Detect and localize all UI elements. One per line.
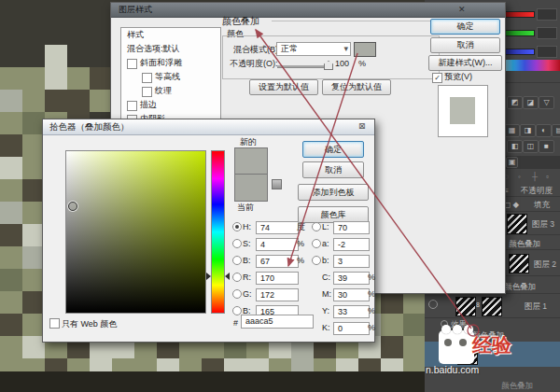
layer2-thumbnail[interactable]	[509, 254, 529, 273]
overlay-color-swatch[interactable]	[354, 42, 376, 57]
cancel-button[interactable]: 取消	[430, 37, 500, 53]
camo-cell	[90, 45, 112, 67]
style-list-item[interactable]: 混合选项:默认	[121, 42, 220, 56]
value-radio[interactable]	[232, 256, 242, 265]
value-input[interactable]: 30	[333, 288, 370, 301]
value-input[interactable]: 3	[333, 255, 370, 268]
brightness-contrast-icon[interactable]: ◩	[507, 96, 523, 109]
hue-marker-right[interactable]	[225, 273, 230, 280]
preview-checkbox[interactable]: ✓	[432, 73, 442, 83]
style-list-item[interactable]: 等高线	[121, 70, 220, 84]
camo-cell	[22, 45, 45, 67]
value-radio[interactable]	[312, 256, 321, 265]
color-balance-icon[interactable]: ▤	[552, 124, 560, 137]
red-value-box[interactable]	[537, 8, 557, 21]
value-input[interactable]: 33	[333, 305, 370, 318]
opacity-value[interactable]: 100	[335, 59, 349, 69]
black-white-icon[interactable]: ◧	[507, 140, 523, 153]
green-value-box[interactable]	[537, 27, 557, 39]
web-colors-checkbox[interactable]	[49, 318, 60, 329]
value-unit: 度	[297, 222, 305, 231]
camo-cell	[67, 45, 90, 67]
value-input[interactable]: 39	[333, 272, 370, 285]
opacity-slider-track[interactable]	[277, 65, 331, 68]
eye-icon[interactable]	[428, 300, 438, 309]
style-checkbox[interactable]	[127, 101, 137, 111]
camo-cell	[0, 291, 22, 314]
set-default-button[interactable]: 设置为默认值	[249, 79, 318, 95]
exposure-icon[interactable]: ▦	[504, 124, 520, 137]
value-radio[interactable]	[232, 239, 242, 248]
value-unit: %	[368, 273, 375, 282]
camo-cell	[90, 22, 112, 45]
curves-icon[interactable]: ▽	[539, 96, 554, 109]
style-item-label: 描边	[140, 98, 157, 112]
ok-button[interactable]: 确定	[430, 19, 500, 35]
style-list-item[interactable]: 斜面和浮雕	[121, 56, 220, 70]
blue-value-box[interactable]	[537, 46, 557, 58]
add-to-swatches-button[interactable]: 添加到色板	[298, 184, 369, 201]
cancel-button[interactable]: 取消	[302, 161, 364, 178]
value-input[interactable]: -2	[333, 238, 370, 251]
style-checkbox[interactable]	[127, 59, 137, 69]
value-input[interactable]: 70	[333, 221, 370, 234]
type-filter-icon[interactable]: ┼	[532, 172, 538, 181]
photo-filter-icon[interactable]: ◫	[523, 140, 539, 153]
color-spectrum-ramp[interactable]	[501, 60, 560, 71]
value-input[interactable]: 170	[256, 272, 299, 285]
value-radio[interactable]	[232, 289, 242, 299]
value-radio[interactable]	[312, 222, 321, 231]
layer3-label[interactable]: 图层 3	[532, 219, 554, 229]
layer1-label[interactable]: 图层 1	[525, 301, 547, 311]
style-checkbox[interactable]	[142, 87, 152, 97]
layer2-label[interactable]: 图层 2	[534, 259, 556, 269]
layer3-effect-label[interactable]: 颜色叠加	[509, 239, 540, 248]
layer2-effect-label[interactable]: 颜色叠加	[504, 282, 536, 291]
style-list-item[interactable]: 纹理	[121, 84, 220, 98]
hex-input[interactable]: aaaca5	[241, 315, 314, 329]
current-color-label: 当前	[237, 203, 254, 212]
value-input[interactable]: 0	[333, 322, 370, 335]
close-icon[interactable]: ⊠	[358, 121, 366, 132]
layer1-style-thumbnail[interactable]	[482, 297, 502, 316]
value-radio[interactable]	[232, 273, 242, 282]
style-list-item[interactable]: 描边	[121, 98, 220, 112]
value-label: S:	[243, 239, 251, 248]
channel-mixer-icon[interactable]: ■	[539, 140, 554, 153]
close-icon[interactable]: ✕	[458, 5, 466, 15]
adjust-filter-icon[interactable]: ◦	[518, 172, 521, 181]
value-input[interactable]: 4	[256, 238, 299, 251]
camo-cell	[403, 314, 426, 336]
value-radio[interactable]	[312, 239, 321, 248]
ok-button[interactable]: 确定	[302, 141, 364, 158]
layer1-thumbnail[interactable]	[455, 297, 476, 316]
blend-mode-dropdown[interactable]: 正常 ▾	[276, 42, 351, 56]
new-style-button[interactable]: 新建样式(W)...	[428, 55, 502, 71]
vibrance-icon[interactable]: ◨	[520, 124, 536, 137]
value-input[interactable]: 172	[256, 288, 299, 301]
value-input[interactable]: 67	[256, 255, 299, 268]
web-gamut-cube-icon[interactable]	[272, 179, 282, 189]
hue-saturation-icon[interactable]: ◐	[536, 124, 552, 137]
hue-slider[interactable]	[211, 150, 225, 314]
camo-cell	[0, 314, 22, 336]
camo-cell	[0, 269, 22, 291]
lock-icons[interactable]: ◻ ◆	[504, 200, 519, 209]
value-label: G:	[243, 289, 252, 299]
saturation-brightness-field[interactable]	[65, 150, 206, 314]
panel-icon[interactable]: ▣	[506, 157, 518, 168]
color-field-marker[interactable]	[68, 202, 77, 211]
reset-default-button[interactable]: 复位为默认值	[322, 79, 391, 95]
hue-marker-left[interactable]	[206, 273, 211, 280]
opacity-label: 不透明度(O):	[230, 59, 278, 69]
shape-filter-icon[interactable]: ▫	[546, 172, 549, 181]
style-checkbox[interactable]	[142, 73, 152, 83]
value-radio[interactable]	[232, 222, 242, 231]
value-input[interactable]: 74	[256, 221, 299, 234]
layer-style-titlebar[interactable]: 图层样式 ✕	[111, 3, 505, 18]
layer3-thumbnail[interactable]	[507, 214, 527, 234]
levels-icon[interactable]: ◪	[523, 96, 539, 109]
style-list-item[interactable]: 样式	[121, 28, 220, 42]
color-picker-titlebar[interactable]: 拾色器（叠加颜色） ⊠	[43, 119, 374, 135]
camo-cell	[45, 22, 67, 45]
